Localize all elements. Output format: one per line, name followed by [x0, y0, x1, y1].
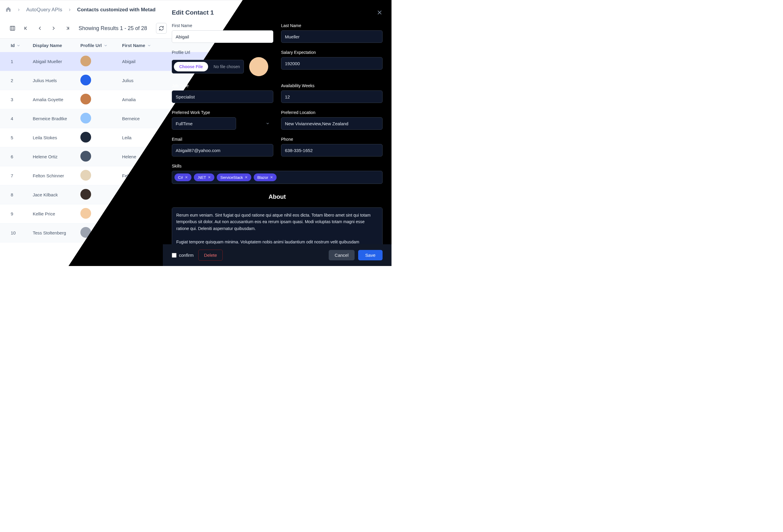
- skill-chip[interactable]: ServiceStack✕: [217, 173, 251, 181]
- avatar: [81, 75, 91, 86]
- cell-display-name: Abigail Mueller: [33, 59, 81, 64]
- cell-id: 4: [0, 116, 33, 121]
- cell-display-name: Amalia Goyette: [33, 97, 81, 102]
- label-availability: Availability Weeks: [281, 83, 382, 88]
- header-display-name[interactable]: Display Name: [33, 43, 81, 48]
- label-pref-location: Preferred Location: [281, 110, 382, 115]
- label-email: Email: [172, 137, 273, 142]
- cell-display-name: Julius Huels: [33, 78, 81, 83]
- choose-file-button[interactable]: Choose File: [174, 62, 208, 71]
- remove-skill-icon[interactable]: ✕: [270, 175, 273, 179]
- cell-display-name: Berneice Bradtke: [33, 116, 81, 121]
- delete-button[interactable]: Delete: [198, 250, 222, 261]
- avatar: [81, 170, 91, 180]
- cell-display-name: Felton Schinner: [33, 173, 81, 178]
- no-file-text: No file chosen: [214, 64, 240, 69]
- cell-profile-url: [81, 132, 122, 143]
- cell-profile-url: [81, 75, 122, 86]
- cell-id: 3: [0, 97, 33, 102]
- phone-input[interactable]: [281, 144, 382, 157]
- close-icon[interactable]: [377, 9, 382, 15]
- label-profile-url: Profile Url: [172, 50, 273, 55]
- avatar: [249, 57, 268, 76]
- label-pref-work: Preferred Work Type: [172, 110, 273, 115]
- cell-id: 5: [0, 135, 33, 140]
- avatar: [81, 113, 91, 124]
- skill-chip[interactable]: .NET✕: [194, 173, 215, 181]
- pref-work-select[interactable]: [172, 117, 236, 130]
- chevron-right-icon: [17, 8, 21, 12]
- cell-profile-url: [81, 170, 122, 181]
- cell-display-name: Tess Stoltenberg: [33, 230, 81, 235]
- home-icon[interactable]: [5, 6, 11, 13]
- file-chooser[interactable]: Choose File No file chosen: [172, 60, 244, 73]
- avatar: [81, 94, 91, 104]
- header-id[interactable]: Id: [0, 43, 33, 48]
- confirm-input[interactable]: [172, 253, 177, 258]
- header-profile-url[interactable]: Profile Url: [81, 43, 122, 48]
- job-type-input[interactable]: [172, 91, 273, 103]
- avatar: [81, 132, 91, 142]
- cell-id: 6: [0, 154, 33, 159]
- edit-panel: Edit Contact 1 First Name Last Name Prof…: [163, 0, 392, 266]
- cell-id: 2: [0, 78, 33, 83]
- cell-display-name: Leila Stokes: [33, 135, 81, 140]
- header-first-name[interactable]: First Name: [122, 43, 170, 48]
- skill-chip[interactable]: C#✕: [175, 173, 191, 181]
- label-phone: Phone: [281, 137, 382, 142]
- save-button[interactable]: Save: [358, 250, 382, 260]
- cell-first-name: Abigail: [122, 59, 170, 64]
- salary-input[interactable]: [281, 57, 382, 70]
- columns-button[interactable]: [7, 23, 18, 34]
- avatar: [81, 151, 91, 162]
- cell-id: 10: [0, 230, 33, 235]
- next-page-button[interactable]: [48, 23, 59, 34]
- cell-id: 8: [0, 192, 33, 197]
- cancel-button[interactable]: Cancel: [329, 250, 354, 260]
- last-page-button[interactable]: [62, 23, 73, 34]
- label-last-name: Last Name: [281, 23, 382, 28]
- cell-profile-url: [81, 94, 122, 105]
- chevron-down-icon: [265, 122, 270, 126]
- pref-location-input[interactable]: [281, 117, 382, 130]
- first-page-button[interactable]: [21, 23, 32, 34]
- about-heading: About: [172, 193, 382, 200]
- avatar: [81, 56, 91, 66]
- availability-input[interactable]: [281, 91, 382, 103]
- chevron-right-icon: [68, 8, 72, 12]
- cell-profile-url: [81, 151, 122, 162]
- cell-first-name: Berneice: [122, 116, 170, 121]
- prev-page-button[interactable]: [35, 23, 45, 34]
- remove-skill-icon[interactable]: ✕: [185, 175, 188, 179]
- cell-profile-url: [81, 113, 122, 124]
- cell-profile-url: [81, 56, 122, 67]
- skill-chip[interactable]: Blazor✕: [254, 173, 277, 181]
- last-name-input[interactable]: [281, 30, 382, 43]
- label-job-type: Job Type: [172, 83, 273, 88]
- label-first-name: First Name: [172, 23, 273, 28]
- about-textarea[interactable]: [172, 207, 382, 249]
- cell-first-name: Julius: [122, 78, 170, 83]
- cell-display-name: Jace Kilback: [33, 192, 81, 197]
- cell-id: 7: [0, 173, 33, 178]
- email-input[interactable]: [172, 144, 273, 157]
- cell-display-name: Kellie Price: [33, 211, 81, 216]
- panel-title: Edit Contact 1: [172, 9, 214, 16]
- breadcrumb-link-autoquery[interactable]: AutoQuery APIs: [26, 7, 62, 13]
- first-name-input[interactable]: [172, 30, 273, 43]
- label-skills: Skills: [172, 164, 382, 168]
- breadcrumb-current: Contacts customized with Metad: [77, 7, 156, 13]
- label-salary: Salary Expectation: [281, 50, 382, 55]
- cell-id: 9: [0, 211, 33, 216]
- panel-footer: confirm Delete Cancel Save: [163, 244, 392, 266]
- cell-id: 1: [0, 59, 33, 64]
- remove-skill-icon[interactable]: ✕: [208, 175, 211, 179]
- avatar: [81, 208, 91, 219]
- svg-rect-0: [10, 26, 15, 30]
- confirm-checkbox[interactable]: confirm: [172, 253, 193, 258]
- remove-skill-icon[interactable]: ✕: [245, 175, 248, 179]
- results-summary: Showing Results 1 - 25 of 28: [79, 25, 147, 32]
- avatar: [81, 189, 91, 200]
- cell-first-name: Amalia: [122, 97, 170, 102]
- skills-input[interactable]: C#✕.NET✕ServiceStack✕Blazor✕: [172, 171, 382, 184]
